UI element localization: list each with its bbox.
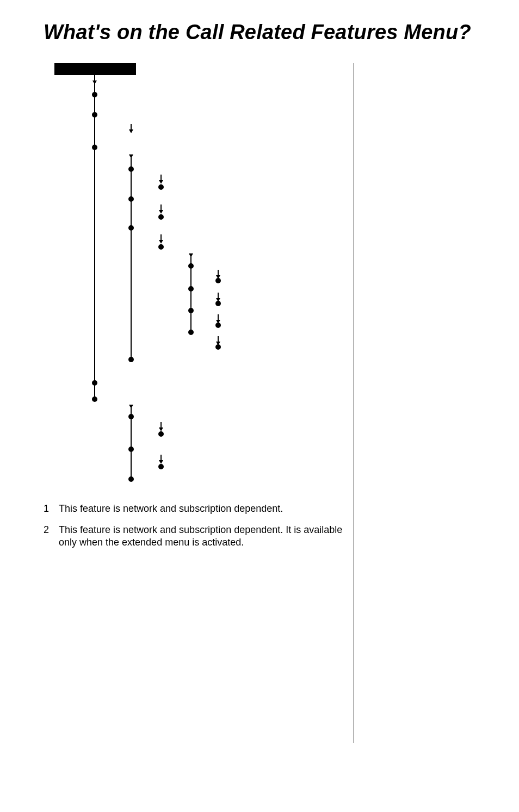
tree-line <box>160 455 162 460</box>
tree-arrow-down-icon <box>159 210 163 214</box>
tree-node <box>128 166 134 172</box>
tree-node <box>92 92 97 97</box>
left-column: 1 This feature is network and subscripti… <box>44 63 354 743</box>
footnote-row: 1 This feature is network and subscripti… <box>44 503 344 515</box>
tree-line <box>218 336 219 342</box>
footnote-number: 1 <box>44 503 59 515</box>
tree-line <box>160 422 162 427</box>
footnote-text: This feature is network and subscription… <box>59 524 344 549</box>
tree-arrow-down-icon <box>92 80 97 84</box>
tree-node <box>128 414 134 419</box>
tree-line <box>218 314 219 320</box>
page-title: What's on the Call Related Features Menu… <box>44 21 475 45</box>
footnotes: 1 This feature is network and subscripti… <box>44 503 344 549</box>
tree-line <box>94 75 95 399</box>
tree-node <box>215 323 221 328</box>
tree-node <box>92 112 97 117</box>
tree-node <box>128 476 134 482</box>
tree-arrow-down-icon <box>129 154 133 158</box>
content-columns: 1 This feature is network and subscripti… <box>44 63 475 743</box>
tree-node <box>215 344 221 350</box>
tree-line <box>160 204 162 210</box>
tree-line <box>160 234 162 240</box>
tree-node <box>188 308 194 313</box>
document-page: What's on the Call Related Features Menu… <box>0 0 519 812</box>
tree-node <box>188 263 194 269</box>
tree-arrow-down-icon <box>159 180 163 184</box>
footnote-row: 2 This feature is network and subscripti… <box>44 524 344 549</box>
tree-arrow-down-icon <box>159 460 163 464</box>
tree-line <box>131 124 132 129</box>
tree-node <box>128 447 134 452</box>
tree-node <box>128 357 134 362</box>
tree-arrow-down-icon <box>159 240 163 244</box>
tree-line <box>131 154 132 359</box>
tree-node <box>158 464 164 469</box>
footnote-number: 2 <box>44 524 59 549</box>
tree-node <box>158 214 164 220</box>
tree-node <box>158 184 164 190</box>
tree-line <box>218 293 219 298</box>
tree-root-bar <box>54 63 136 75</box>
tree-node <box>92 380 97 386</box>
tree-node <box>215 301 221 306</box>
footnote-text: This feature is network and subscription… <box>59 503 344 515</box>
tree-node <box>92 145 97 150</box>
right-column <box>354 63 475 743</box>
menu-tree-diagram <box>44 63 316 487</box>
tree-node <box>128 225 134 231</box>
tree-node <box>188 330 194 335</box>
tree-node <box>215 278 221 283</box>
tree-line <box>218 270 219 275</box>
tree-arrow-down-icon <box>129 129 133 133</box>
tree-arrow-down-icon <box>189 253 193 257</box>
tree-node <box>188 286 194 292</box>
tree-line <box>160 175 162 180</box>
tree-node <box>158 244 164 250</box>
tree-node <box>128 196 134 202</box>
tree-node <box>158 431 164 437</box>
tree-arrow-down-icon <box>159 427 163 431</box>
tree-arrow-down-icon <box>129 405 133 408</box>
tree-node <box>92 396 97 402</box>
